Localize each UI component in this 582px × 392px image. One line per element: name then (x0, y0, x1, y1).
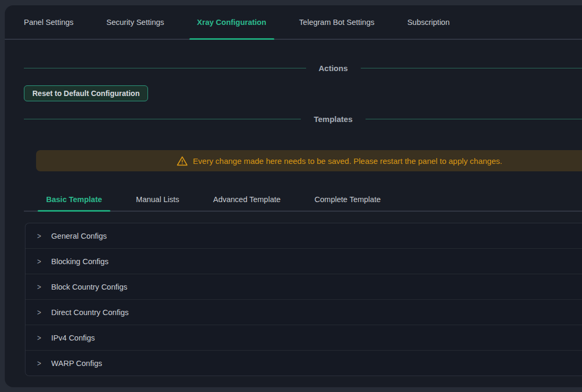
tab-basic-template[interactable]: Basic Template (38, 188, 110, 211)
accordion-label: WARP Configs (51, 359, 102, 368)
accordion-label: Blocking Configs (51, 257, 109, 266)
restart-warning-banner: Every change made here needs to be saved… (36, 150, 582, 171)
actions-divider: Actions (24, 63, 582, 73)
accordion-label: Block Country Configs (51, 283, 127, 291)
settings-card: Panel Settings Security Settings Xray Co… (5, 5, 582, 387)
divider-line (366, 119, 582, 119)
divider-line (361, 68, 582, 68)
configs-accordion: > General Configs > Blocking Configs > B… (25, 223, 582, 376)
xray-configuration-page: { "theme": { "accent_green": "#2cb98c", … (0, 0, 582, 392)
accordion-header-direct-country-configs[interactable]: > Direct Country Configs (25, 300, 582, 325)
accordion-label: General Configs (51, 232, 107, 240)
tab-content: Actions Reset to Default Configuration T… (5, 63, 582, 376)
tab-security-settings[interactable]: Security Settings (107, 5, 164, 39)
chevron-right-icon: > (37, 334, 41, 342)
accordion-header-blocking-configs[interactable]: > Blocking Configs (25, 249, 582, 274)
accordion-label: Direct Country Configs (51, 308, 129, 317)
accordion-header-warp-configs[interactable]: > WARP Configs (25, 351, 582, 376)
accordion-header-ipv4-configs[interactable]: > IPv4 Configs (25, 325, 582, 351)
template-tab-bar: Basic Template Manual Lists Advanced Tem… (24, 188, 582, 212)
chevron-right-icon: > (37, 308, 41, 316)
chevron-right-icon: > (37, 359, 41, 367)
accordion-label: IPv4 Configs (51, 334, 95, 342)
divider-line (24, 119, 301, 119)
accordion-header-general-configs[interactable]: > General Configs (25, 223, 582, 249)
tab-complete-template[interactable]: Complete Template (306, 188, 389, 211)
tab-telegram-bot-settings[interactable]: Telegram Bot Settings (299, 5, 375, 39)
divider-line (24, 68, 306, 68)
chevron-right-icon: > (37, 232, 41, 240)
actions-section-title: Actions (319, 64, 348, 73)
main-tab-bar: Panel Settings Security Settings Xray Co… (5, 5, 582, 40)
chevron-right-icon: > (37, 283, 41, 291)
chevron-right-icon: > (37, 257, 41, 265)
warning-triangle-icon (177, 156, 188, 166)
tab-panel-settings[interactable]: Panel Settings (24, 5, 74, 39)
restart-warning-text: Every change made here needs to be saved… (193, 156, 502, 165)
templates-divider: Templates (24, 114, 582, 124)
tab-xray-configuration[interactable]: Xray Configuration (197, 5, 266, 39)
tab-advanced-template[interactable]: Advanced Template (205, 188, 289, 211)
tab-manual-lists[interactable]: Manual Lists (127, 188, 187, 211)
templates-section-title: Templates (314, 115, 352, 124)
tab-subscription[interactable]: Subscription (407, 5, 450, 39)
reset-to-default-button[interactable]: Reset to Default Configuration (24, 85, 148, 101)
accordion-header-block-country-configs[interactable]: > Block Country Configs (25, 274, 582, 300)
